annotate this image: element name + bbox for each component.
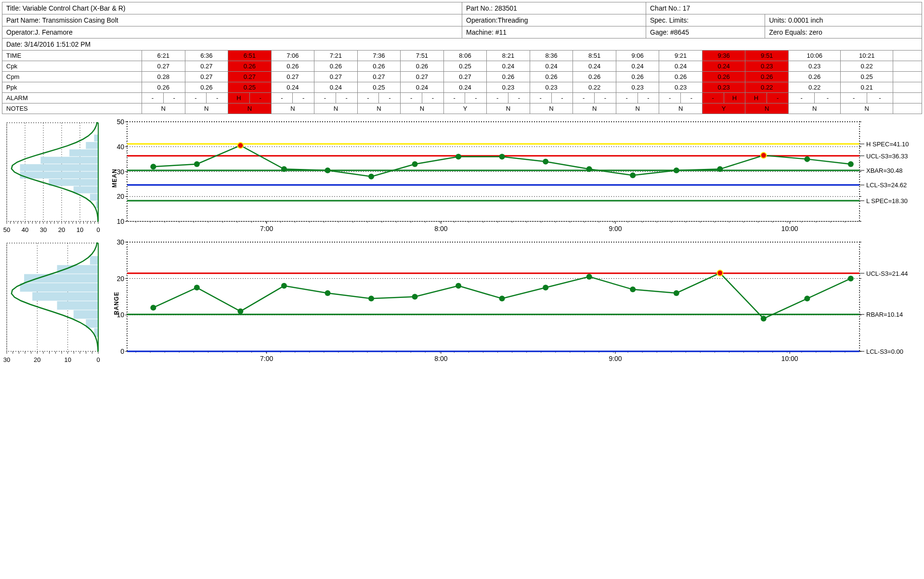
- cell-alarm-15: --: [788, 93, 840, 103]
- svg-text:30: 30: [3, 356, 10, 363]
- cell-cpk-0: 0.27: [142, 61, 185, 72]
- svg-text:20: 20: [117, 193, 124, 200]
- row-label-notes: NOTES: [2, 103, 142, 114]
- svg-text:7:00: 7:00: [260, 355, 273, 362]
- svg-rect-40: [86, 142, 98, 149]
- mean-ylabel: MEAN: [111, 168, 118, 187]
- cell-ppk-14: 0.22: [745, 82, 789, 93]
- cell-cpm-3: 0.27: [271, 72, 314, 82]
- cell-notes-14: N: [745, 103, 789, 114]
- svg-point-233: [674, 167, 679, 173]
- cell-cpm-7: 0.27: [443, 72, 487, 82]
- svg-text:UCL-S3=21.44: UCL-S3=21.44: [866, 270, 908, 277]
- range-ylabel: RANGE: [113, 292, 120, 315]
- svg-point-367: [281, 283, 287, 289]
- svg-text:H SPEC=41.10: H SPEC=41.10: [866, 141, 909, 148]
- cell-notes-5: N: [357, 103, 401, 114]
- cell-alarm-4: --: [314, 93, 358, 103]
- cell-notes-8: N: [487, 103, 530, 114]
- svg-point-372: [499, 296, 505, 301]
- data-table: TIME6:216:366:517:067:217:367:518:068:21…: [2, 50, 922, 114]
- cell-time-13: 9:36: [702, 51, 745, 61]
- svg-text:20: 20: [34, 356, 40, 363]
- svg-text:10: 10: [64, 356, 71, 363]
- cell-alarm-8: --: [487, 93, 530, 103]
- cell-cpk-13: 0.24: [702, 61, 745, 72]
- cell-notes-13: Y: [702, 103, 745, 114]
- cell-notes-1: N: [185, 103, 228, 114]
- svg-text:9:00: 9:00: [609, 355, 622, 362]
- cell-time-4: 7:21: [314, 51, 358, 61]
- cell-notes-9: N: [530, 103, 573, 114]
- svg-rect-78: [20, 283, 98, 292]
- svg-text:20: 20: [117, 275, 124, 283]
- row-label-cpk: Cpk: [2, 61, 142, 72]
- svg-point-379: [804, 296, 810, 301]
- cell-time-3: 7:06: [271, 51, 314, 61]
- svg-text:RBAR=10.14: RBAR=10.14: [866, 311, 903, 318]
- cell-cpk-11: 0.24: [616, 61, 659, 72]
- svg-rect-82: [86, 319, 98, 328]
- range-chart: RANGE 01020307:008:009:0010:00UCL-S3=21.…: [108, 238, 922, 368]
- cell-time-14: 9:51: [745, 51, 789, 61]
- svg-point-235: [761, 153, 767, 158]
- cell-cpk-2: 0.26: [228, 61, 272, 72]
- svg-text:10:00: 10:00: [781, 355, 798, 362]
- svg-text:50: 50: [117, 118, 124, 126]
- svg-text:10: 10: [77, 226, 83, 233]
- svg-point-378: [761, 316, 767, 322]
- svg-rect-80: [57, 301, 99, 310]
- cell-ppk-9: 0.23: [530, 82, 573, 93]
- cell-ppk-12: 0.23: [659, 82, 703, 93]
- svg-text:10: 10: [117, 218, 124, 225]
- svg-rect-77: [24, 274, 98, 283]
- cell-alarm-12: --: [659, 93, 703, 103]
- cell-alarm-14: H-: [745, 93, 789, 103]
- svg-text:L SPEC=18.30: L SPEC=18.30: [866, 197, 908, 205]
- cell-ppk-13: 0.23: [702, 82, 745, 93]
- cell-time-16: 10:21: [841, 51, 893, 61]
- svg-rect-44: [20, 171, 98, 178]
- charts-area: 50403020100 3020100 MEAN 10203040507:008…: [2, 118, 922, 368]
- cell-cpk-5: 0.26: [357, 61, 401, 72]
- cell-cpm-9: 0.26: [530, 72, 573, 82]
- cell-time-11: 9:06: [616, 51, 659, 61]
- svg-point-371: [455, 283, 461, 289]
- cell-ppk-1: 0.26: [185, 82, 228, 93]
- cell-cpm-0: 0.28: [142, 72, 185, 82]
- cell-cpk-10: 0.24: [573, 61, 616, 72]
- cell-cpk-3: 0.26: [271, 61, 314, 72]
- svg-rect-41: [69, 149, 98, 156]
- cell-cpm-13: 0.26: [702, 72, 745, 82]
- cell-ppk-0: 0.26: [142, 82, 185, 93]
- cell-time-1: 6:36: [185, 51, 228, 61]
- svg-point-236: [804, 156, 810, 162]
- svg-rect-79: [32, 292, 98, 301]
- cell-ppk-4: 0.24: [314, 82, 358, 93]
- cell-cpm-5: 0.27: [357, 72, 401, 82]
- svg-text:40: 40: [22, 226, 28, 233]
- cell-time-8: 8:21: [487, 51, 530, 61]
- cell-ppk-10: 0.22: [573, 82, 616, 93]
- svg-point-228: [455, 154, 461, 159]
- cell-ppk-2: 0.25: [228, 82, 272, 93]
- cell-time-2: 6:51: [228, 51, 272, 61]
- svg-point-224: [281, 166, 287, 172]
- cell-alarm-0: --: [142, 93, 185, 103]
- cell-ppk-15: 0.22: [788, 82, 840, 93]
- svg-rect-45: [49, 179, 98, 186]
- row-label-time: TIME: [2, 51, 142, 61]
- svg-text:LCL-S3=24.62: LCL-S3=24.62: [866, 181, 907, 189]
- cell-cpk-7: 0.25: [443, 61, 487, 72]
- svg-text:UCL-S3=36.33: UCL-S3=36.33: [866, 153, 908, 160]
- cell-alarm-7: --: [443, 93, 487, 103]
- cell-time-7: 8:06: [443, 51, 487, 61]
- svg-rect-39: [94, 135, 98, 142]
- svg-point-380: [848, 276, 854, 282]
- row-label-cpm: Cpm: [2, 72, 142, 82]
- cell-notes-16: N: [841, 103, 893, 114]
- svg-point-222: [194, 161, 200, 167]
- cell-cpk-9: 0.24: [530, 61, 573, 72]
- svg-text:8:00: 8:00: [434, 225, 447, 232]
- cell-time-9: 8:36: [530, 51, 573, 61]
